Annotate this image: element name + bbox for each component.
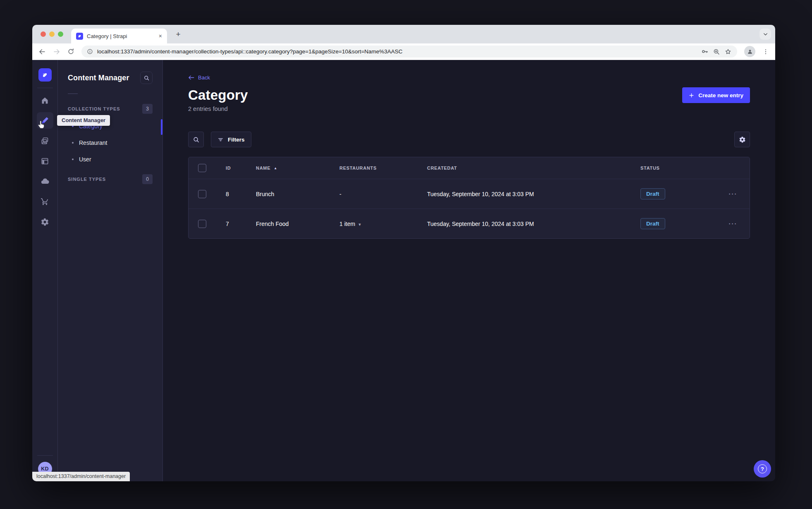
status-badge: Draft — [640, 218, 665, 229]
select-all-checkbox[interactable] — [198, 164, 206, 172]
strapi-logo[interactable] — [38, 68, 52, 82]
caret-down-icon: ▾ — [358, 222, 361, 227]
view-settings-button[interactable] — [734, 132, 750, 147]
column-header-status[interactable]: STATUS — [630, 166, 716, 170]
table-row[interactable]: 8 Brunch - Tuesday, September 10, 2024 a… — [189, 179, 750, 209]
single-types-count-badge: 0 — [142, 174, 153, 184]
column-header-createdat[interactable]: CREATEDAT — [417, 166, 630, 170]
page-info-icon[interactable] — [87, 48, 93, 55]
new-tab-button[interactable]: + — [173, 29, 184, 40]
nav-media-library-button[interactable] — [37, 132, 53, 149]
browser-profile-button[interactable] — [744, 46, 755, 57]
content-type-builder-icon — [41, 157, 49, 166]
filters-label: Filters — [228, 137, 245, 143]
url-text: localhost:1337/admin/content-manager/col… — [97, 48, 697, 55]
zoom-icon[interactable] — [713, 48, 720, 55]
url-input[interactable]: localhost:1337/admin/content-manager/col… — [81, 46, 737, 58]
sidebar-item-restaurant[interactable]: Restaurant — [68, 134, 153, 151]
column-header-restaurants[interactable]: RESTAURANTS — [330, 166, 417, 170]
nav-settings-button[interactable] — [37, 214, 53, 230]
media-library-icon — [41, 137, 49, 145]
forward-icon[interactable] — [53, 48, 60, 55]
sidebar-item-label: User — [79, 156, 91, 163]
chevron-down-icon — [763, 31, 768, 37]
zoom-window-button[interactable] — [58, 31, 63, 37]
traffic-lights — [41, 31, 63, 37]
sidebar-divider — [68, 94, 78, 94]
rail-divider — [37, 455, 53, 456]
back-link[interactable]: Back — [188, 74, 210, 81]
row-checkbox[interactable] — [198, 190, 206, 198]
bookmark-star-icon[interactable] — [724, 48, 732, 55]
collection-types-count-badge: 3 — [142, 104, 153, 114]
bullet-icon — [72, 142, 74, 144]
create-new-entry-button[interactable]: Create new entry — [682, 87, 750, 103]
cell-restaurants: - — [330, 191, 417, 197]
table-search-button[interactable] — [188, 132, 204, 147]
home-icon — [41, 96, 49, 105]
main-content: Back Category Create new entry 2 entries… — [163, 60, 775, 481]
cell-name: French Food — [246, 221, 330, 227]
cell-createdat: Tuesday, September 10, 2024 at 3:03 PM — [417, 191, 630, 197]
bullet-icon — [72, 158, 74, 160]
nav-content-type-builder-button[interactable] — [37, 153, 53, 169]
search-icon — [143, 75, 150, 81]
row-actions-button[interactable]: ··· — [729, 190, 738, 197]
strapi-favicon-icon — [76, 33, 83, 40]
help-button[interactable]: ? — [754, 460, 771, 478]
minimize-window-button[interactable] — [49, 31, 55, 37]
back-label: Back — [198, 74, 210, 81]
nav-cloud-button[interactable] — [37, 173, 53, 190]
entries-count: 2 entries found — [188, 106, 750, 112]
row-checkbox[interactable] — [198, 220, 206, 228]
browser-tab[interactable]: Category | Strapi × — [71, 29, 167, 43]
search-icon — [193, 136, 200, 143]
arrow-left-icon — [188, 75, 194, 80]
column-header-name[interactable]: NAME▲ — [246, 166, 330, 170]
cell-restaurants[interactable]: 1 item▾ — [330, 221, 417, 227]
browser-window: Category | Strapi × + localhost:1337/adm… — [32, 25, 775, 481]
reload-icon[interactable] — [67, 48, 74, 55]
sort-asc-icon: ▲ — [274, 166, 277, 170]
cell-name: Brunch — [246, 191, 330, 197]
sidebar-search-button[interactable] — [140, 72, 153, 84]
sidebar-item-user[interactable]: User — [68, 151, 153, 168]
browser-toolbar: localhost:1337/admin/content-manager/col… — [32, 43, 775, 60]
tab-close-icon[interactable]: × — [159, 33, 162, 39]
column-header-id[interactable]: ID — [216, 166, 246, 170]
create-new-entry-label: Create new entry — [698, 92, 743, 98]
cart-icon — [41, 197, 49, 206]
status-bar-link-preview: localhost:1337/admin/content-manager — [32, 472, 130, 481]
person-icon — [747, 48, 753, 55]
cursor-hand-icon — [37, 119, 46, 129]
filters-button[interactable]: Filters — [211, 132, 251, 147]
cell-id: 7 — [216, 221, 246, 227]
nav-home-button[interactable] — [37, 92, 53, 108]
question-icon: ? — [758, 464, 767, 473]
close-window-button[interactable] — [41, 31, 46, 37]
entries-table: ID NAME▲ RESTAURANTS CREATEDAT STATUS 8 … — [188, 157, 750, 239]
cloud-icon — [41, 177, 50, 186]
list-toolbar: Filters — [188, 132, 750, 147]
tab-title: Category | Strapi — [87, 33, 155, 39]
status-badge: Draft — [640, 188, 665, 199]
sidebar-item-label: Restaurant — [79, 139, 107, 146]
single-types-label: SINGLE TYPES — [68, 177, 106, 182]
plus-icon — [689, 93, 694, 98]
filter-icon — [217, 137, 224, 143]
page-title: Category — [188, 87, 248, 103]
tab-strip: Category | Strapi × + — [32, 25, 775, 43]
table-header-row: ID NAME▲ RESTAURANTS CREATEDAT STATUS — [189, 157, 750, 179]
tab-search-button[interactable] — [759, 29, 771, 40]
nav-marketplace-button[interactable] — [37, 193, 53, 210]
back-icon[interactable] — [38, 48, 46, 55]
gear-icon — [739, 136, 746, 143]
table-row[interactable]: 7 French Food 1 item▾ Tuesday, September… — [189, 209, 750, 238]
collection-types-label: COLLECTION TYPES — [68, 106, 120, 111]
browser-menu-kebab-icon[interactable] — [762, 48, 769, 55]
gear-icon — [41, 218, 49, 226]
sidebar-title: Content Manager — [68, 74, 129, 82]
password-key-icon[interactable] — [701, 48, 709, 55]
cell-createdat: Tuesday, September 10, 2024 at 3:03 PM — [417, 221, 630, 227]
row-actions-button[interactable]: ··· — [729, 220, 738, 227]
